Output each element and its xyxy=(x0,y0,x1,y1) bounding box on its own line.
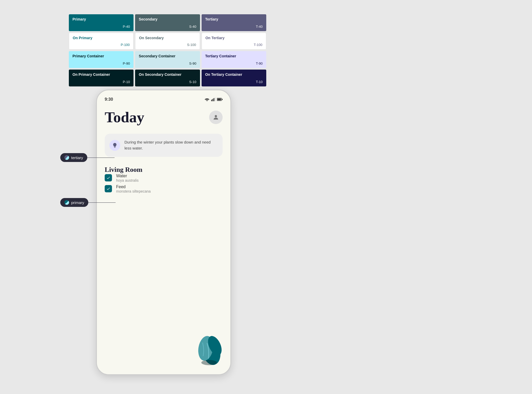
primary-line xyxy=(88,202,116,203)
tertiary-line xyxy=(87,158,115,158)
tertiary-dot xyxy=(64,155,69,160)
primary-annotation: primary xyxy=(60,198,116,207)
secondary-container-s90-cell: Secondary Container S-90 xyxy=(135,51,200,68)
secondary-container-code: S-90 xyxy=(189,62,196,65)
secondary-s40-cell: Secondary S-40 xyxy=(135,14,200,31)
on-primary-container-code: P-10 xyxy=(123,80,130,84)
on-primary-label: On Primary xyxy=(73,36,92,40)
svg-rect-3 xyxy=(215,98,216,101)
primary-label: primary xyxy=(71,200,84,205)
on-primary-container-label: On Primary Container xyxy=(72,72,110,77)
tertiary-container-t90-cell: Tertiary Container T-90 xyxy=(202,51,266,68)
tertiary-annotation: tertiary xyxy=(60,153,115,162)
tertiary-t40-code: T-40 xyxy=(256,25,263,29)
battery-icon xyxy=(217,98,223,101)
lightbulb-icon xyxy=(112,142,118,148)
task-list: Water hoya australis Feed monstera silte… xyxy=(105,174,223,193)
primary-p40-code: P-40 xyxy=(123,25,130,29)
on-secondary-container-s10-cell: On Secondary Container S-10 xyxy=(135,70,200,86)
palette-grid: Primary P-40 Secondary S-40 Tertiary T-4… xyxy=(69,14,266,88)
palette-row-2: Primary Container P-90 Secondary Contain… xyxy=(69,51,266,68)
task-name-1: Feed xyxy=(116,185,151,189)
on-primary-container-p10-cell: On Primary Container P-10 xyxy=(69,70,134,86)
task-checkbox-0[interactable] xyxy=(105,174,112,181)
on-tertiary-t100-cell: On Tertiary T-100 xyxy=(202,33,266,50)
tertiary-container-label: Tertiary Container xyxy=(205,54,236,58)
section-header: Living Room xyxy=(105,166,223,174)
primary-pill: primary xyxy=(60,198,88,207)
primary-container-label: Primary Container xyxy=(72,54,104,58)
tertiary-t40-cell: Tertiary T-40 xyxy=(202,14,266,31)
person-icon xyxy=(212,114,219,121)
on-tertiary-container-t10-cell: On Tertiary Container T-10 xyxy=(202,70,266,86)
wifi-icon xyxy=(204,98,210,101)
on-tertiary-container-label: On Tertiary Container xyxy=(205,72,242,77)
tertiary-container-code: T-90 xyxy=(256,62,263,65)
svg-rect-1 xyxy=(212,99,213,101)
palette-row-3: On Primary Container P-10 On Secondary C… xyxy=(69,70,266,86)
task-item: Water hoya australis xyxy=(105,174,223,182)
task-checkbox-1[interactable] xyxy=(105,185,112,192)
primary-p40-cell: Primary P-40 xyxy=(69,14,134,31)
on-tertiary-label: On Tertiary xyxy=(205,36,225,40)
avatar-button[interactable] xyxy=(209,111,223,124)
secondary-s40-label: Secondary xyxy=(139,17,157,21)
task-item-1: Feed monstera siltepecana xyxy=(105,185,223,193)
svg-rect-2 xyxy=(214,98,214,101)
tip-card: During the winter your plants slow down … xyxy=(105,134,223,157)
phone-frame: 9:30 Today xyxy=(96,90,231,375)
tertiary-t40-label: Tertiary xyxy=(205,17,218,21)
svg-rect-0 xyxy=(211,100,212,101)
secondary-s40-code: S-40 xyxy=(189,25,196,29)
phone-header: Today xyxy=(105,108,223,126)
tertiary-label: tertiary xyxy=(71,155,83,160)
on-secondary-label: On Secondary xyxy=(139,36,164,40)
primary-dot xyxy=(64,200,69,205)
tertiary-pill: tertiary xyxy=(60,153,87,162)
plant-illustration xyxy=(191,325,225,366)
svg-point-11 xyxy=(201,360,217,365)
primary-container-p90-cell: Primary Container P-90 xyxy=(69,51,134,68)
on-secondary-s100-cell: On Secondary S-100 xyxy=(135,33,200,50)
svg-point-7 xyxy=(215,115,217,117)
plant-svg xyxy=(191,325,225,366)
task-name-0: Water xyxy=(116,174,138,178)
task-details-1: Feed monstera siltepecana xyxy=(116,185,151,193)
phone-wrapper: 9:30 Today xyxy=(96,90,231,375)
palette-row-0: Primary P-40 Secondary S-40 Tertiary T-4… xyxy=(69,14,266,31)
check-icon xyxy=(106,176,110,180)
on-primary-p100-cell: On Primary P-100 xyxy=(69,33,134,50)
palette-row-1: On Primary P-100 On Secondary S-100 On T… xyxy=(69,33,266,50)
signal-icon xyxy=(211,98,215,101)
section-title: Living Room xyxy=(105,166,142,173)
status-bar: 9:30 xyxy=(97,90,230,103)
on-secondary-container-code: S-10 xyxy=(189,80,196,84)
status-time: 9:30 xyxy=(105,97,113,102)
primary-container-code: P-90 xyxy=(123,62,130,65)
on-secondary-code: S-100 xyxy=(187,43,196,47)
task-details-0: Water hoya australis xyxy=(116,174,138,182)
check-icon-1 xyxy=(106,187,110,191)
svg-rect-5 xyxy=(217,99,221,100)
task-sub-0: hoya australis xyxy=(116,178,138,182)
on-tertiary-container-code: T-10 xyxy=(256,80,263,84)
tip-text: During the winter your plants slow down … xyxy=(124,139,217,151)
task-sub-1: monstera siltepecana xyxy=(116,189,151,193)
tip-icon-wrap xyxy=(109,140,120,151)
secondary-container-label: Secondary Container xyxy=(139,54,175,58)
phone-content: Today During the winter your plants slow… xyxy=(97,103,230,199)
status-icons xyxy=(204,98,223,101)
on-tertiary-code: T-100 xyxy=(254,43,262,47)
svg-rect-6 xyxy=(222,99,223,100)
on-primary-code: P-100 xyxy=(121,43,130,47)
primary-p40-label: Primary xyxy=(72,17,86,21)
on-secondary-container-label: On Secondary Container xyxy=(139,72,181,77)
page-title: Today xyxy=(105,108,144,126)
